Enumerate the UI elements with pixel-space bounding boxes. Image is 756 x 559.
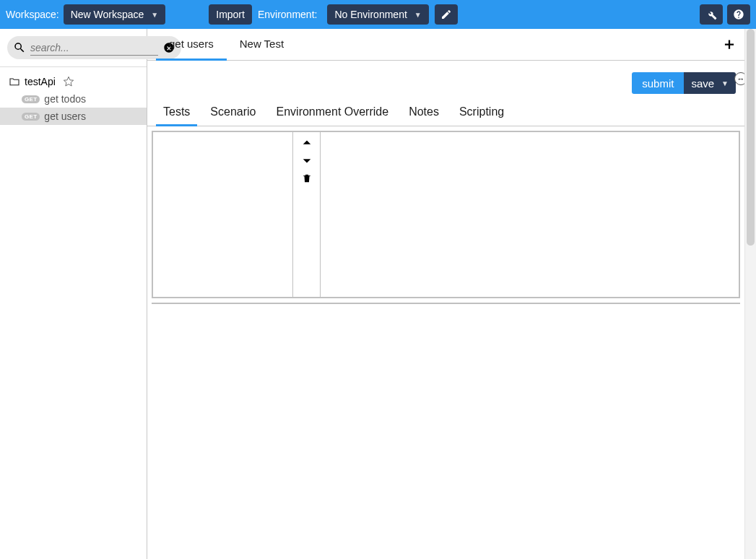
save-label: save xyxy=(691,77,714,90)
content-area: get users New Test ＋ submit save ▼ ↔ Te xyxy=(147,29,756,559)
search-icon xyxy=(13,41,26,54)
sub-tab-notes[interactable]: Notes xyxy=(401,100,446,126)
search-input[interactable] xyxy=(30,40,158,56)
resize-horizontal-icon: ↔ xyxy=(737,74,745,83)
topbar: Workspace: New Workspace ▼ Import Enviro… xyxy=(0,0,756,29)
environment-dropdown[interactable]: No Environment ▼ xyxy=(327,4,428,25)
tab-get-users[interactable]: get users xyxy=(156,29,227,61)
plus-icon: ＋ xyxy=(721,35,737,53)
tree-folder[interactable]: testApi xyxy=(0,73,147,90)
environment-value: No Environment xyxy=(334,9,407,20)
settings-button[interactable] xyxy=(700,4,723,25)
tab-strip: get users New Test ＋ xyxy=(147,29,744,61)
star-icon[interactable] xyxy=(63,76,74,87)
caret-down-icon: ▼ xyxy=(151,11,158,19)
folder-icon xyxy=(9,76,20,87)
environment-label: Environment: xyxy=(258,9,317,20)
help-icon xyxy=(733,9,744,20)
sub-tab-env-override[interactable]: Environment Override xyxy=(269,100,396,126)
tab-label: get users xyxy=(169,38,214,50)
move-down-button[interactable] xyxy=(301,155,313,165)
sub-tab-scripting[interactable]: Scripting xyxy=(452,100,511,126)
action-row: submit save ▼ ↔ xyxy=(147,61,744,100)
method-badge: GET xyxy=(22,113,40,121)
tab-new-test[interactable]: New Test xyxy=(227,29,297,61)
tab-label: New Test xyxy=(240,38,284,50)
tree-item-get-users[interactable]: GET get users xyxy=(0,108,147,125)
test-row xyxy=(152,131,740,298)
test-left-column[interactable] xyxy=(153,132,293,297)
workspace-value: New Workspace xyxy=(71,9,144,20)
method-badge: GET xyxy=(22,95,40,103)
sub-tab-label: Notes xyxy=(409,105,439,118)
tree-item-label: get todos xyxy=(44,93,86,105)
save-button[interactable]: save ▼ xyxy=(684,72,736,94)
chevron-down-icon xyxy=(301,155,313,165)
trash-icon xyxy=(302,173,312,184)
tests-panel xyxy=(147,126,744,303)
request-tree: testApi GET get todos GET get users xyxy=(0,67,147,131)
pencil-icon xyxy=(440,9,452,20)
delete-button[interactable] xyxy=(302,173,312,184)
sub-tab-label: Scenario xyxy=(210,105,256,118)
workspace-label: Workspace: xyxy=(6,9,59,20)
sidebar: testApi GET get todos GET get users xyxy=(0,29,147,559)
sub-tab-strip: Tests Scenario Environment Override Note… xyxy=(147,100,744,126)
search-row xyxy=(0,29,147,67)
workspace-dropdown[interactable]: New Workspace ▼ xyxy=(64,4,166,25)
caret-down-icon: ▼ xyxy=(414,11,422,19)
scrollbar-thumb[interactable] xyxy=(747,29,755,246)
chevron-up-icon xyxy=(301,138,313,148)
move-up-button[interactable] xyxy=(301,138,313,148)
tree-item-label: get users xyxy=(44,110,86,122)
sub-tab-label: Scripting xyxy=(459,105,504,118)
help-button[interactable] xyxy=(727,4,750,25)
sub-tab-label: Tests xyxy=(163,105,190,118)
import-button[interactable]: Import xyxy=(209,4,252,25)
sub-tab-scenario[interactable]: Scenario xyxy=(203,100,263,126)
results-panel xyxy=(152,303,740,304)
submit-button[interactable]: submit xyxy=(632,72,684,94)
caret-down-icon: ▼ xyxy=(721,79,729,87)
add-tab-button[interactable]: ＋ xyxy=(721,33,737,55)
sub-tab-label: Environment Override xyxy=(277,105,389,118)
tree-item-get-todos[interactable]: GET get todos xyxy=(0,90,147,108)
wrench-icon xyxy=(705,9,717,20)
folder-name: testApi xyxy=(25,76,56,87)
vertical-scrollbar[interactable] xyxy=(744,29,756,559)
sub-tab-tests[interactable]: Tests xyxy=(156,100,197,126)
test-right-column[interactable] xyxy=(321,132,739,297)
edit-environment-button[interactable] xyxy=(435,4,458,25)
test-controls-column xyxy=(293,132,321,297)
